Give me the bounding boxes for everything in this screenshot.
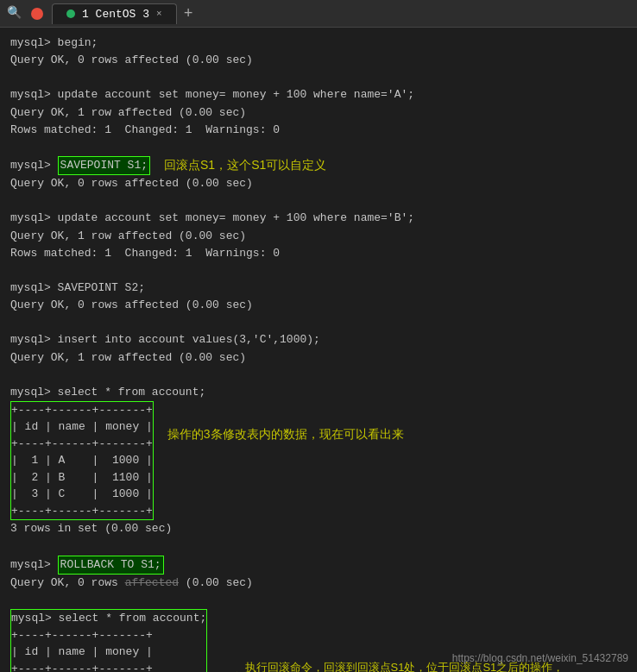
rollback-highlight: ROLLBACK TO S1; xyxy=(58,556,164,575)
line-begin: mysql> begin; xyxy=(10,35,627,52)
new-tab-button[interactable]: + xyxy=(184,5,193,22)
line-update-a-rows: Rows matched: 1 Changed: 1 Warnings: 0 xyxy=(10,122,627,139)
line-update-a-ok: Query OK, 1 row affected (0.00 sec) xyxy=(10,104,627,122)
line-update-b-ok: Query OK, 1 row affected (0.00 sec) xyxy=(10,228,627,245)
tab-close-button[interactable]: × xyxy=(156,9,162,19)
rollback-row: mysql> ROLLBACK TO S1; xyxy=(10,556,627,575)
terminal-area: mysql> begin; Query OK, 0 rows affected … xyxy=(0,28,637,672)
watermark: https://blog.csdn.net/weixin_51432789 xyxy=(452,650,628,667)
select2-block: mysql> select * from account; +----+----… xyxy=(10,609,207,672)
table2-sep-top: +----+------+-------+ xyxy=(11,627,206,644)
table1-sep-mid: +----+------+-------+ xyxy=(11,436,153,453)
line-rollback: mysql> ROLLBACK TO S1; xyxy=(10,556,164,575)
line-savepoint-s2-ok: Query OK, 0 rows affected (0.00 sec) xyxy=(10,297,627,314)
line-savepoint-s2: mysql> SAVEPOINT S2; xyxy=(10,279,627,297)
table1-header: | id | name | money | xyxy=(11,418,153,436)
line-insert: mysql> insert into account values(3,'C',… xyxy=(10,331,627,349)
table1-with-annotation: +----+------+-------+ | id | name | mone… xyxy=(10,401,627,521)
savepoint-s1-highlight: SAVEPOINT S1; xyxy=(58,156,150,175)
blank1 xyxy=(10,69,627,86)
table2-wrapper: mysql> select * from account; +----+----… xyxy=(10,609,207,672)
close-button[interactable] xyxy=(31,8,43,20)
savepoint-s1-row: mysql> SAVEPOINT S1; 回滚点S1，这个S1可以自定义 xyxy=(10,156,627,175)
line-update-a: mysql> update account set money= money +… xyxy=(10,86,627,104)
blank7 xyxy=(10,538,627,556)
line-rollback-ok: Query OK, 0 rows affected (0.00 sec) xyxy=(10,575,627,592)
title-bar: 🔍 1 CentOS 3 × + xyxy=(0,0,637,28)
table1-row1: | 1 | A | 1000 | xyxy=(11,452,153,469)
savepoint-annotation: 回滚点S1，这个S1可以自定义 xyxy=(164,156,326,175)
tab-centos3[interactable]: 1 CentOS 3 × xyxy=(52,3,177,24)
table1-row2: | 2 | B | 1100 | xyxy=(11,469,153,487)
line-insert-ok: Query OK, 1 row affected (0.00 sec) xyxy=(10,349,627,367)
blank8 xyxy=(10,592,627,609)
table1-summary: 3 rows in set (0.00 sec) xyxy=(10,520,627,537)
blank5 xyxy=(10,314,627,331)
line-savepoint-ok: Query OK, 0 rows affected (0.00 sec) xyxy=(10,175,627,192)
table1-sep-top: +----+------+-------+ xyxy=(11,402,153,419)
annotation1-text: 操作的3条修改表内的数据，现在可以看出来 xyxy=(167,427,404,441)
blank4 xyxy=(10,262,627,279)
line-update-b-rows: Rows matched: 1 Changed: 1 Warnings: 0 xyxy=(10,245,627,262)
line-savepoint-s1: mysql> SAVEPOINT S1; xyxy=(10,156,150,175)
annotation-table1: 操作的3条修改表内的数据，现在可以看出来 xyxy=(167,401,404,444)
table2-sep-mid: +----+------+-------+ xyxy=(11,661,206,672)
line-begin-ok: Query OK, 0 rows affected (0.00 sec) xyxy=(10,52,627,69)
table1: +----+------+-------+ | id | name | mone… xyxy=(10,401,154,521)
blank6 xyxy=(10,367,627,384)
search-icon: 🔍 xyxy=(7,5,24,22)
table1-row3: | 3 | C | 1000 | xyxy=(11,486,153,503)
line-select2: mysql> select * from account; xyxy=(11,610,206,627)
arrow-icon: ↙ xyxy=(228,661,239,672)
table2-header: | id | name | money | xyxy=(11,644,206,661)
tab-label: 1 CentOS 3 xyxy=(82,8,149,21)
line-select1: mysql> select * from account; xyxy=(10,384,627,401)
tab-status-dot xyxy=(66,9,75,18)
blank3 xyxy=(10,192,627,210)
blank2 xyxy=(10,139,627,156)
table1-sep-bot: +----+------+-------+ xyxy=(11,503,153,520)
line-update-b: mysql> update account set money= money +… xyxy=(10,210,627,227)
